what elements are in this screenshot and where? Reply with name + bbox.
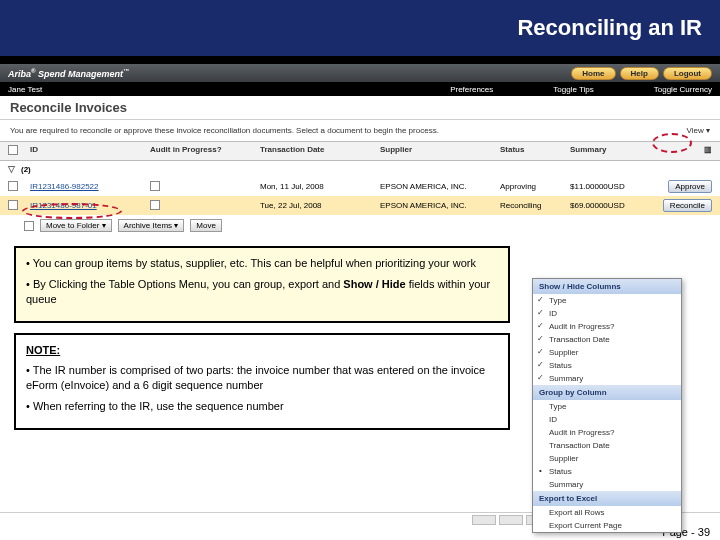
approve-button[interactable]: Approve [668, 180, 712, 193]
export-all[interactable]: Export all Rows [533, 506, 681, 519]
status-box [472, 515, 496, 525]
group-item[interactable]: ID [533, 413, 681, 426]
note-label: NOTE: [26, 344, 60, 356]
move-button[interactable]: Move [190, 219, 222, 232]
export-current[interactable]: Export Current Page [533, 519, 681, 532]
group-item[interactable]: Supplier [533, 452, 681, 465]
col-summary[interactable]: Summary [570, 145, 650, 157]
option-item[interactable]: Status [533, 359, 681, 372]
expand-icon[interactable]: ▽ [8, 164, 15, 174]
group-row[interactable]: ▽ (2) [0, 161, 720, 177]
row-checkbox[interactable] [8, 181, 18, 191]
cell-supplier: EPSON AMERICA, INC. [380, 201, 500, 210]
table-header-row: ID Audit in Progress? Transaction Date S… [0, 141, 720, 161]
note-1: • The IR number is comprised of two part… [26, 363, 498, 393]
cell-status: Reconciling [500, 201, 570, 210]
status-box [499, 515, 523, 525]
cell-status: Approving [500, 182, 570, 191]
col-audit[interactable]: Audit in Progress? [150, 145, 260, 157]
export-header: Export to Excel [533, 491, 681, 506]
tip-1: • You can group items by status, supplie… [26, 256, 498, 271]
option-item[interactable]: ID [533, 307, 681, 320]
app-brand: Ariba® Spend Management™ [8, 68, 129, 79]
highlight-circle-icon [652, 133, 692, 153]
move-to-folder-dropdown[interactable]: Move to Folder ▾ [40, 219, 112, 232]
option-item[interactable]: Transaction Date [533, 333, 681, 346]
instruction-row: You are required to reconcile or approve… [0, 120, 720, 141]
group-item[interactable]: Type [533, 400, 681, 413]
menu-preferences[interactable]: Preferences [450, 85, 493, 94]
slide-title-bar: Reconciling an IR [0, 0, 720, 56]
show-hide-header: Show / Hide Columns [533, 279, 681, 294]
archive-items-dropdown[interactable]: Archive Items ▾ [118, 219, 185, 232]
table-options-menu: Show / Hide Columns Type ID Audit in Pro… [532, 278, 682, 533]
cell-date: Mon, 11 Jul, 2008 [260, 182, 380, 191]
cell-summary: $11.00000USD [570, 182, 650, 191]
row-checkbox[interactable] [8, 200, 18, 210]
note-2: • When referring to the IR, use the sequ… [26, 399, 498, 414]
option-item[interactable]: Audit in Progress? [533, 320, 681, 333]
bulk-action-bar: Move to Folder ▾ Archive Items ▾ Move [0, 215, 720, 236]
group-item[interactable]: Summary [533, 478, 681, 491]
ir-link[interactable]: IR1231486-982522 [30, 182, 150, 191]
cell-date: Tue, 22 Jul, 2008 [260, 201, 380, 210]
view-dropdown[interactable]: View ▾ [687, 126, 710, 135]
menu-bar: Jane Test Preferences Toggle Tips Toggle… [0, 82, 720, 96]
group-by-header: Group by Column [533, 385, 681, 400]
col-date[interactable]: Transaction Date [260, 145, 380, 157]
group-count: (2) [21, 165, 31, 174]
instruction-text: You are required to reconcile or approve… [10, 126, 439, 135]
page-heading: Reconcile Invoices [0, 96, 720, 120]
callout-tips: • You can group items by status, supplie… [14, 246, 510, 323]
option-item[interactable]: Type [533, 294, 681, 307]
group-item[interactable]: Status [533, 465, 681, 478]
tip-2: • By Clicking the Table Options Menu, yo… [26, 277, 498, 307]
col-supplier[interactable]: Supplier [380, 145, 500, 157]
audit-checkbox[interactable] [150, 181, 160, 191]
reconcile-button[interactable]: Reconcile [663, 199, 712, 212]
col-status[interactable]: Status [500, 145, 570, 157]
col-id[interactable]: ID [30, 145, 150, 157]
help-button[interactable]: Help [620, 67, 659, 80]
black-strip [0, 56, 720, 64]
app-header: Ariba® Spend Management™ Home Help Logou… [0, 64, 720, 82]
logout-button[interactable]: Logout [663, 67, 712, 80]
callout-note: NOTE: • The IR number is comprised of tw… [14, 333, 510, 430]
app-nav: Home Help Logout [571, 67, 712, 80]
group-item[interactable]: Transaction Date [533, 439, 681, 452]
option-item[interactable]: Summary [533, 372, 681, 385]
group-item[interactable]: Audit in Progress? [533, 426, 681, 439]
table-row: IR1231486-982522 Mon, 11 Jul, 2008 EPSON… [0, 177, 720, 196]
audit-checkbox[interactable] [150, 200, 160, 210]
highlight-circle-icon [22, 203, 122, 219]
slide-title: Reconciling an IR [517, 15, 702, 41]
select-all-checkbox[interactable] [8, 145, 18, 155]
user-name: Jane Test [8, 85, 108, 94]
menu-toggle-currency[interactable]: Toggle Currency [654, 85, 712, 94]
option-item[interactable]: Supplier [533, 346, 681, 359]
cell-summary: $69.00000USD [570, 201, 650, 210]
menu-toggle-tips[interactable]: Toggle Tips [553, 85, 593, 94]
cell-supplier: EPSON AMERICA, INC. [380, 182, 500, 191]
home-button[interactable]: Home [571, 67, 615, 80]
bulk-checkbox[interactable] [24, 221, 34, 231]
